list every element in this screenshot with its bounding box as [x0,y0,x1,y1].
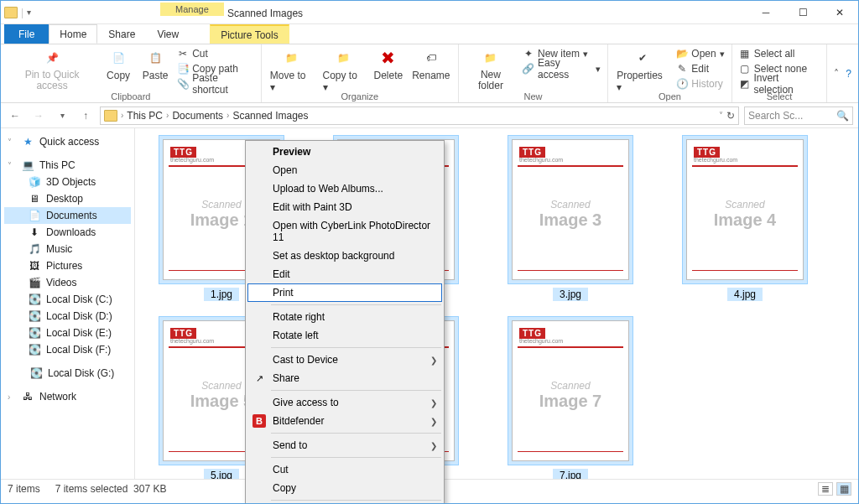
edit-button[interactable]: ✎Edit [674,61,726,76]
cm-separator [271,304,441,305]
maximize-button[interactable]: ☐ [784,1,821,24]
cm-preview[interactable]: Preview [247,143,442,161]
nav-item-downloads[interactable]: ⬇Downloads [4,224,131,241]
view-thumbnails-button[interactable]: ▦ [836,482,851,496]
nav-item-icon: 🖥 [28,193,41,205]
address-bar[interactable]: › This PC › Documents › Scanned Images ˅… [100,107,739,125]
nav-item-videos[interactable]: 🎬Videos [4,274,131,291]
breadcrumb-root[interactable]: This PC [127,110,163,122]
close-button[interactable]: ✕ [821,1,858,24]
chevron-icon[interactable]: › [121,111,123,120]
file-name: 1.jpg [204,288,239,301]
cm-rotate-right[interactable]: Rotate right [247,308,442,326]
view-details-button[interactable]: ≣ [818,482,833,496]
nav-network[interactable]: ›🖧Network [4,388,131,405]
nav-item-icon: ⬇ [28,226,41,238]
cm-send-to[interactable]: Send to❯ [247,436,442,455]
recent-locations-button[interactable]: ▾ [53,107,71,125]
qat-dropdown-icon[interactable]: ▾ [27,8,31,17]
group-label-select: Select [737,91,822,101]
folder-icon [4,7,18,18]
copy-to-button[interactable]: 📁Copy to ▾ [320,46,367,95]
address-row: ← → ▾ ↑ › This PC › Documents › Scanned … [1,103,858,128]
forward-button[interactable]: → [29,107,48,125]
cm-rotate-left[interactable]: Rotate left [247,326,442,345]
tab-file[interactable]: File [4,24,49,44]
cm-cast-to-device[interactable]: Cast to Device❯ [247,351,442,369]
cm-photodirector[interactable]: Open with CyberLink PhotoDirector 11 [247,216,442,247]
move-to-button[interactable]: 📁Move to ▾ [267,46,316,95]
chevron-icon[interactable]: › [166,111,169,120]
nav-item-music[interactable]: 🎵Music [4,241,131,257]
cm-edit[interactable]: Edit [247,265,442,283]
cm-print[interactable]: Print [247,283,442,302]
ribbon-collapse-icon[interactable]: ˄ [834,68,839,80]
cut-icon: ✂ [177,48,189,60]
nav-item-icon: 🎵 [28,243,41,255]
pin-icon: 📌 [42,48,62,68]
rename-icon: 🏷 [421,48,441,68]
select-all-button[interactable]: ▦Select all [737,46,822,61]
cm-cut[interactable]: Cut [247,460,442,479]
cm-paint3d[interactable]: Edit with Paint 3D [247,198,442,216]
nav-item-local-disk-d-[interactable]: 💽Local Disk (D:) [4,308,131,325]
search-box[interactable]: Search Sc... 🔍 [744,107,853,125]
nav-item-documents[interactable]: 📄Documents [4,207,131,224]
bitdefender-icon: B [252,414,266,428]
cut-button[interactable]: ✂Cut [175,46,256,61]
group-label-organize: Organize [267,91,453,101]
nav-local-disk-g[interactable]: 💽Local Disk (G:) [4,365,131,382]
nav-item-pictures[interactable]: 🖼Pictures [4,257,131,274]
tab-picture-tools[interactable]: Picture Tools [210,24,289,44]
file-item[interactable]: TTGthetechguru.comScannedImage 44.jpg [665,135,825,301]
content-pane[interactable]: TTGthetechguru.comScannedImage 11.jpgTTG… [135,128,858,479]
help-icon[interactable]: ? [846,68,851,80]
select-none-icon: ▢ [739,63,751,75]
properties-button[interactable]: ✔Properties ▾ [613,46,671,95]
cm-set-background[interactable]: Set as desktop background [247,247,442,265]
cm-share[interactable]: ↗Share [247,369,442,387]
file-item[interactable]: TTGthetechguru.comScannedImage 77.jpg [491,316,650,479]
file-item[interactable]: TTGthetechguru.comScannedImage 33.jpg [491,135,650,301]
cm-upload-web-albums[interactable]: Upload to Web Albums... [247,179,442,198]
nav-item-local-disk-e-[interactable]: 💽Local Disk (E:) [4,325,131,341]
nav-quick-access[interactable]: ˅★Quick access [4,133,131,150]
paste-shortcut-button[interactable]: 📎Paste shortcut [175,76,256,91]
chevron-icon[interactable]: › [226,111,229,120]
paste-button[interactable]: 📋Paste [138,46,172,83]
disk-icon: 💽 [29,367,43,379]
nav-item-desktop[interactable]: 🖥Desktop [4,190,131,207]
cm-open[interactable]: Open [247,161,442,179]
new-folder-button[interactable]: 📁New folder [464,46,518,93]
easy-access-button[interactable]: 🔗Easy access ▾ [521,61,602,76]
ribbon-tabs: File Home Share View Picture Tools [1,24,858,44]
history-button[interactable]: 🕐History [674,76,726,91]
tab-home[interactable]: Home [49,24,97,44]
select-all-icon: ▦ [739,48,751,60]
up-button[interactable]: ↑ [76,107,95,125]
thumbnail: TTGthetechguru.comScannedImage 3 [512,139,629,280]
rename-button[interactable]: 🏷Rename [409,46,453,83]
open-button[interactable]: 📂Open ▾ [674,46,726,61]
pc-icon: 💻 [21,159,34,171]
invert-selection-button[interactable]: ◩Invert selection [737,76,822,91]
nav-item-local-disk-c-[interactable]: 💽Local Disk (C:) [4,291,131,308]
nav-this-pc[interactable]: ˅💻This PC [4,157,131,174]
back-button[interactable]: ← [6,107,24,125]
delete-button[interactable]: ✖Delete [371,46,406,83]
breadcrumb-documents[interactable]: Documents [172,110,223,122]
breadcrumb-scanned-images[interactable]: Scanned Images [232,110,308,122]
cm-bitdefender[interactable]: BBitdefender❯ [247,412,442,430]
refresh-icon[interactable]: ↻ [726,110,735,122]
cm-give-access-to[interactable]: Give access to❯ [247,393,442,412]
cm-copy[interactable]: Copy [247,479,442,497]
pin-quick-access-button[interactable]: 📌Pin to Quick access [6,46,98,93]
address-dropdown-icon[interactable]: ˅ [719,111,723,120]
tab-share[interactable]: Share [97,24,146,44]
tab-view[interactable]: View [146,24,190,44]
new-item-icon: ✦ [523,48,534,60]
nav-item-3d-objects[interactable]: 🧊3D Objects [4,174,131,190]
minimize-button[interactable]: ─ [747,1,784,24]
copy-button[interactable]: 📄Copy [102,46,135,83]
nav-item-local-disk-f-[interactable]: 💽Local Disk (F:) [4,341,131,358]
